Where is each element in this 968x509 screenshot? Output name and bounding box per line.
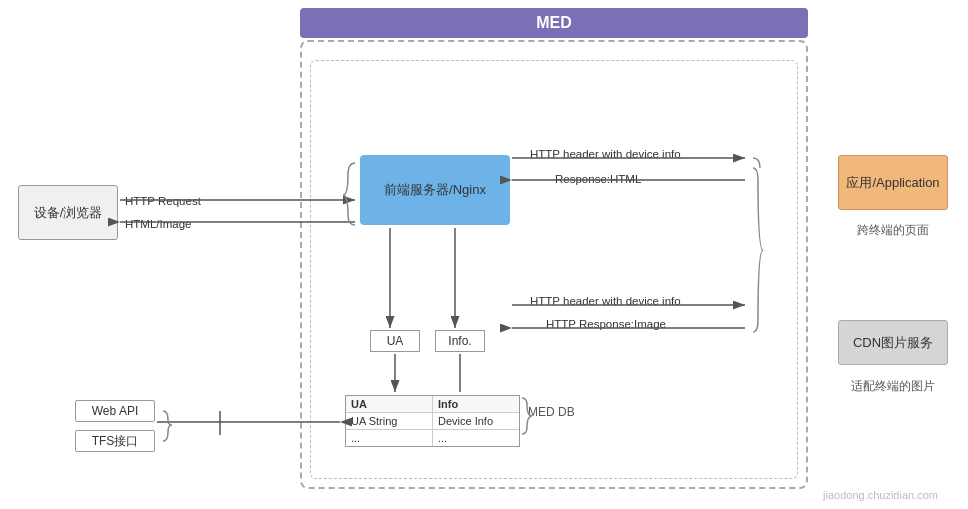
med-db-table: UA Info UA String Device Info ... ... (345, 395, 520, 447)
ua-label: UA (387, 334, 404, 348)
col-ua-header: UA (346, 396, 433, 412)
response-html-label: Response:HTML (555, 173, 641, 185)
med-title-box: MED (300, 8, 808, 38)
info-box: Info. (435, 330, 485, 352)
info-ellipsis-cell: ... (433, 430, 519, 446)
med-title: MED (536, 14, 572, 31)
tfs-label: TFS接口 (92, 433, 139, 450)
table-row-2: ... ... (346, 430, 519, 446)
html-image-label: HTML/Image (125, 218, 191, 230)
http-request-label: HTTP Request (125, 195, 201, 207)
cdn-box: CDN图片服务 (838, 320, 948, 365)
http-response-image-label: HTTP Response:Image (546, 318, 666, 330)
col-info-header: Info (433, 396, 519, 412)
info-label: Info. (448, 334, 471, 348)
webapi-box: Web API (75, 400, 155, 422)
meddb-label: MED DB (528, 405, 575, 419)
nginx-label: 前端服务器/Nginx (384, 181, 486, 199)
http-header-2-label: HTTP header with device info (530, 295, 681, 307)
device-label: 设备/浏览器 (34, 204, 103, 222)
nginx-box: 前端服务器/Nginx (360, 155, 510, 225)
table-row-1: UA String Device Info (346, 413, 519, 430)
ua-box: UA (370, 330, 420, 352)
tfs-box: TFS接口 (75, 430, 155, 452)
cross-terminal-label: 跨终端的页面 (835, 222, 950, 239)
table-header-row: UA Info (346, 396, 519, 413)
application-label: 应用/Application (846, 174, 939, 192)
application-box: 应用/Application (838, 155, 948, 210)
device-info-cell: Device Info (433, 413, 519, 429)
ua-ellipsis-cell: ... (346, 430, 433, 446)
ua-string-cell: UA String (346, 413, 433, 429)
adapted-image-label: 适配终端的图片 (835, 378, 950, 395)
cdn-label: CDN图片服务 (853, 334, 933, 352)
webapi-label: Web API (92, 404, 138, 418)
watermark: jiaodong.chuzidian.com (823, 489, 938, 501)
device-browser-box: 设备/浏览器 (18, 185, 118, 240)
http-header-1-label: HTTP header with device info (530, 148, 681, 160)
